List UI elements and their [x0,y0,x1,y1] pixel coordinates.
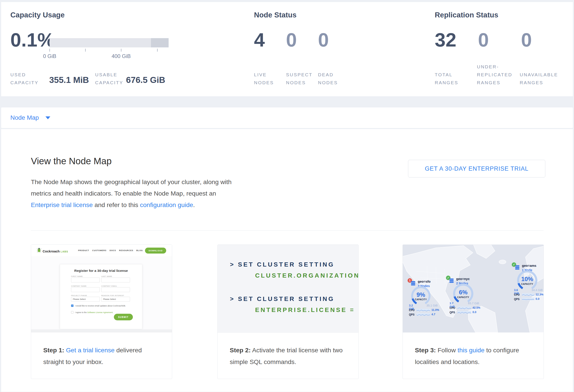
trial-license-form: Register for a 30-day trial license FIRS… [60,264,142,329]
live-nodes-label: LIVE NODES [254,71,281,87]
enterprise-trial-license-link[interactable]: Enterprise trial license [31,201,93,208]
usable-capacity-label: USABLE CAPACITY [95,71,128,87]
cockroach-labs-logo: Cockroach LABS [37,248,68,253]
usable-capacity-value: 676.5 GiB [126,75,165,85]
mini-page-body: Register for a 30-day trial license FIRS… [31,256,172,333]
axis-tick [49,49,50,52]
total-ranges-label: TOTAL RANGES [435,71,470,87]
mini-nav-item: DOCS [109,249,116,252]
promo-text: The Node Map shows the geographical layo… [31,178,231,197]
brand-suffix: LABS [61,250,68,253]
step1-card: Cockroach LABS PRODUCT CUSTOMERS DOCS RE… [31,244,172,379]
capacity-usage-bar [50,38,169,47]
field-label: COMPANY NAME [71,285,87,287]
sql-prompt: > SET CLUSTER SETTING [230,261,335,268]
section-divider [31,230,544,231]
company-email-field [101,287,130,292]
database-icon [410,280,416,286]
unavailable-ranges-label: UNAVAILABLE RANGES [520,71,572,87]
step-number: Step 3: [415,347,436,354]
view-selector-label: Node Map [10,114,39,121]
node-map-promo-section: View the Node Map The Node Map shows the… [1,129,573,392]
mini-nav: PRODUCT CUSTOMERS DOCS RESOURCES BLOG [78,245,143,256]
checkbox-text: I agree to the [75,311,87,314]
suspect-nodes-label: SUSPECT NODES [286,71,316,87]
node-status-title: Node Status [254,11,297,19]
axis-tick [85,49,86,52]
checkbox-label: I would like to receive email updates ab… [75,305,126,307]
qps-sparkline [457,311,471,314]
step-number: Step 2: [230,347,251,354]
checkbox-label: I agree to the Software License Agreemen… [75,311,113,314]
axis-tick-label: 400 GiB [106,53,137,59]
checkbox-unchecked-icon [71,311,74,314]
field-label: PROJECT PHASE [71,295,87,297]
under-replicated-ranges-label: UNDER-REPLICATED RANGES [477,63,522,87]
live-nodes-count: 4 [254,30,265,50]
field-label: REASON FOR INTEREST [101,295,124,297]
view-selector-dropdown[interactable]: Node Map [1,107,573,128]
checkbox-checked-icon: ✓ [71,304,74,307]
capacity-usage-percent: 0.1% [10,30,55,50]
mini-nav-item: CUSTOMERS [92,249,107,252]
axis-tick [157,49,158,52]
trial-registration-screenshot: Cockroach LABS PRODUCT CUSTOMERS DOCS RE… [31,245,172,333]
mini-nav-item: PRODUCT [78,249,89,252]
mini-nav-item: RESOURCES [119,249,133,252]
axis-tick-label: 0 GiB [34,53,65,59]
mini-submit-button: SUBMIT [114,314,133,320]
sql-prompt: > SET CLUSTER SETTING [230,296,335,302]
cluster-summary-panel: Capacity Usage 0.1% 0 GiB 400 GiB USED C… [1,2,573,96]
unavailable-ranges-count: 0 [521,30,532,50]
get-enterprise-trial-button[interactable]: GET A 30-DAY ENTERPRISE TRIAL [408,160,545,177]
field-label: LAST NAME [101,275,112,277]
node-map-preview: 1 geo=sfo 2 Nodes 9% CAPACITY 3.2 GiB 35… [403,245,544,333]
mini-form-title: Register for a 30-day trial license [60,269,142,273]
step3-caption: Step 3: Follow this guide to configure l… [415,344,535,368]
license-agreement-link: Software License Agreement. [87,311,113,314]
promo-description: The Node Map shows the geographical layo… [31,176,244,210]
step3-card: 1 geo=sfo 2 Nodes 9% CAPACITY 3.2 GiB 35… [403,244,544,379]
under-replicated-ranges-count: 0 [478,30,489,50]
suspect-nodes-count: 0 [286,30,297,50]
dead-nodes-count: 0 [318,30,329,50]
chevron-down-icon [45,116,50,119]
replication-status-title: Replication Status [435,11,498,19]
step-number: Step 1: [43,347,64,354]
reason-select: Please Select [101,297,130,302]
this-guide-link[interactable]: this guide [457,347,484,354]
step2-caption: Step 2: Activate the trial license with … [230,344,350,368]
used-capacity-label: USED CAPACITY [10,71,40,87]
mini-nav-item: BLOG [136,249,143,252]
project-phase-select: Please Select [71,297,100,302]
total-ranges-count: 32 [435,30,456,50]
field-label: COMPANY EMAIL [101,285,117,287]
qps-sparkline [522,298,534,300]
mini-page-footer [31,329,172,333]
cpu-sparkline [522,293,534,296]
first-name-field [71,278,100,282]
axis-tick [121,49,121,52]
database-icon [449,278,454,283]
step2-card: > SET CLUSTER SETTING CLUSTER.ORGANIZATI… [217,244,359,379]
capacity-usage-title: Capacity Usage [10,11,65,19]
mini-download-button: DOWNLOAD [145,248,166,254]
cpu-sparkline [457,306,471,309]
step-text [64,347,66,354]
configuration-guide-link[interactable]: configuration guide [140,201,193,208]
page-title: View the Node Map [31,156,112,167]
cockroach-logo-icon [37,248,41,252]
qps-sparkline [416,313,430,316]
used-capacity-value: 355.1 MiB [49,75,89,85]
sql-setting: CLUSTER.ORGANIZATION = [255,272,358,279]
promo-text: and refer to this [93,201,140,208]
dead-nodes-label: DEAD NODES [318,71,345,87]
last-name-field [101,278,130,282]
company-name-field [71,287,100,292]
capacity-usage-bar-other-segment [151,38,169,47]
promo-text: . [193,201,195,208]
brand-name: Cockroach [42,249,60,253]
mini-site-header: Cockroach LABS PRODUCT CUSTOMERS DOCS RE… [31,245,172,256]
get-trial-license-link[interactable]: Get a trial license [66,347,115,354]
sql-commands-figure: > SET CLUSTER SETTING CLUSTER.ORGANIZATI… [218,245,358,333]
